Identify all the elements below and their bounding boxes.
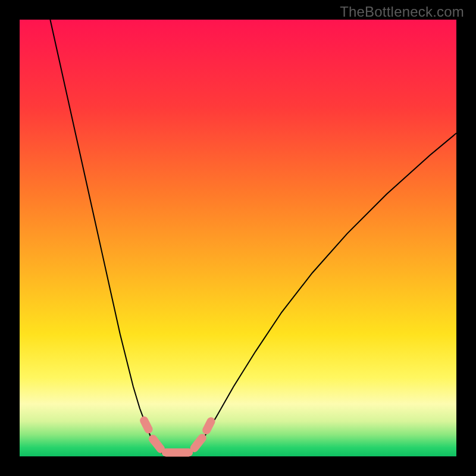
salmon-accent-4 — [206, 421, 211, 430]
outer-frame: TheBottleneck.com — [0, 0, 476, 476]
watermark-text: TheBottleneck.com — [340, 4, 464, 20]
salmon-accent-0 — [144, 421, 148, 430]
bottleneck-curve — [50, 20, 456, 456]
salmon-accent-3 — [195, 438, 202, 448]
chart-canvas — [20, 20, 456, 456]
salmon-accent-1 — [153, 439, 161, 449]
